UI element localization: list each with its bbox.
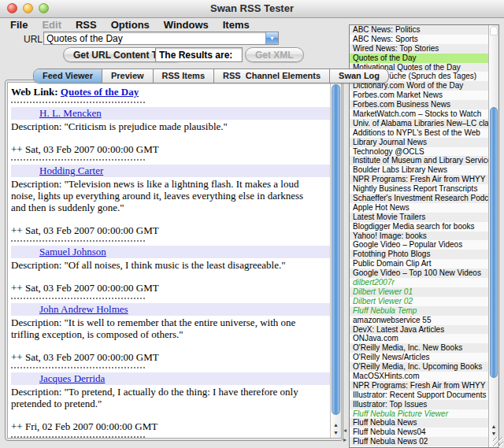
feed-item-date: ++ Sat, 03 Feb 2007 00:00:00 GMT <box>11 224 328 236</box>
feed-list-item[interactable]: Yahoo! Image: books <box>350 231 488 241</box>
tab-feed-viewer[interactable]: Feed Viewer <box>34 69 102 83</box>
feed-item-link[interactable]: Hodding Carter <box>39 165 103 176</box>
feed-list-item[interactable]: Fluff Nebula Picture Viewer <box>350 409 488 419</box>
feed-list-item[interactable]: Blogdigger Media search for books <box>350 222 488 231</box>
tab-preview[interactable]: Preview <box>102 69 154 83</box>
feed-list-item[interactable]: ABC News: Sports <box>350 35 488 44</box>
feed-item-date: ++ Sat, 03 Feb 2007 00:00:00 GMT <box>11 143 328 155</box>
feed-list-item[interactable]: ABC News: Politics <box>350 25 488 35</box>
feed-item-link[interactable]: Samuel Johnson <box>39 246 106 257</box>
url-dropdown-button[interactable]: ▼ <box>265 32 278 44</box>
feed-list-item[interactable]: Fluff Nebula News 02 <box>350 437 488 446</box>
feed-item-title-row: Jacques Derrida <box>11 372 330 385</box>
get-xml-button[interactable]: Get XML <box>245 47 304 62</box>
feed-list-item[interactable]: O'Reilly News/Articles <box>350 353 488 362</box>
feed-list-item[interactable]: Fotothing Photo Blogs <box>350 250 488 259</box>
feed-list-item[interactable]: Apple Hot News <box>350 203 488 213</box>
title-bar: Swan RSS Tester <box>0 0 504 18</box>
feed-list-item[interactable]: Institute of Museum and Library Services <box>350 156 488 165</box>
scroll-left-icon[interactable]: ◂ <box>343 428 346 434</box>
menu-windows[interactable]: Windows <box>157 19 216 31</box>
url-input[interactable] <box>46 32 261 44</box>
feed-item-description: Description: "Of all noises, I think mus… <box>11 259 328 271</box>
separator <box>11 367 145 368</box>
content-vertical-scrollbar[interactable]: ▲ ▼ <box>330 83 341 438</box>
feed-item-link[interactable]: Jacques Derrida <box>39 372 105 384</box>
separator <box>11 240 145 242</box>
scroll-up-icon[interactable]: ▲ <box>489 423 498 430</box>
feed-list-item[interactable]: Boulder Labs Library News <box>350 165 488 175</box>
feed-list-item[interactable]: Univ. of Alabama Libraries New–LC class … <box>350 119 488 128</box>
separator <box>11 298 145 299</box>
feed-list-item[interactable]: Dilbert Viewer 01 <box>350 287 488 297</box>
feed-list-item[interactable]: DevX: Latest Java Articles <box>350 325 488 335</box>
feed-list-item[interactable]: Nightly Business Report Transcripts <box>350 184 488 194</box>
feed-list-item[interactable]: Library Journal News <box>350 138 488 147</box>
url-combobox[interactable]: ▼ <box>43 31 279 45</box>
feed-viewer-pane: Web Link: Quotes of the Day H. L. Mencke… <box>7 82 342 439</box>
feed-list-vertical-scrollbar[interactable]: ▲ ▼ <box>488 25 498 447</box>
url-label: URL: <box>24 34 45 45</box>
feed-list-item[interactable]: ONJava.com <box>350 334 488 343</box>
feed-item-date: ++ Fri, 02 Feb 2007 00:00:00 GMT <box>11 420 328 432</box>
feed-list-item[interactable]: Google Video – Popular Videos <box>350 240 488 250</box>
feed-list-item[interactable]: Forbes.com Market News <box>350 91 488 100</box>
feed-item-description: Description: "Television news is like a … <box>11 178 328 213</box>
menu-options[interactable]: Options <box>104 19 157 31</box>
separator <box>11 436 145 438</box>
results-field[interactable] <box>155 47 243 62</box>
feed-item-link[interactable]: H. L. Mencken <box>39 107 102 119</box>
feed-item-description: Description: "To pretend, I actually do … <box>11 386 328 409</box>
chevron-down-icon: ▼ <box>269 35 275 41</box>
content-scrollbar-thumb[interactable] <box>332 84 340 415</box>
feed-list-item[interactable]: Quotes of the Day <box>350 54 488 63</box>
feed-list-item[interactable]: Public Domain Clip Art <box>350 259 488 268</box>
window-title: Swan RSS Tester <box>0 2 504 14</box>
feed-list-item[interactable]: MarketWatch.com – Stocks to Watch <box>350 109 488 119</box>
feed-list-item[interactable]: Forbes.com Business News <box>350 100 488 109</box>
scroll-down-icon[interactable]: ▼ <box>489 430 498 437</box>
feed-list-item[interactable]: Additions to NYPL's Best of the Web <box>350 128 488 138</box>
feed-list-item[interactable]: Latest Movie Trailers <box>350 213 488 222</box>
tab-swan-log[interactable]: Swan Log <box>330 69 388 83</box>
menu-items[interactable]: Items <box>216 19 257 31</box>
web-link-label: Web Link: <box>11 86 58 98</box>
feed-list-scrollbar-thumb[interactable] <box>490 107 498 378</box>
feed-list-item[interactable]: Schaeffer's Investment Research Podcasts <box>350 194 488 203</box>
separator <box>11 159 145 161</box>
feed-item-description: Description: "Criticism is prejudice mad… <box>11 120 328 132</box>
scrollbar-track-cap <box>490 26 498 35</box>
feed-list-item[interactable]: NPR Programs: Fresh Air from WHYY <box>350 381 488 391</box>
feed-list-item[interactable]: Fluff Nebula News <box>350 418 488 428</box>
resize-grip-icon[interactable] <box>493 437 503 447</box>
feed-list-item[interactable]: Illustrator: Recent Support Documents <box>350 391 488 400</box>
feed-list-item[interactable]: Wired News: Top Stories <box>350 44 488 54</box>
tab-bar: Feed ViewerPreviewRSS ItemsRSS Channel E… <box>33 68 389 83</box>
feed-list-item[interactable]: MacOSXHints.com <box>350 372 488 381</box>
feed-list-item[interactable]: Illustrator: Top Issues <box>350 400 488 409</box>
feed-list-item[interactable]: Technology @OCLS <box>350 147 488 157</box>
web-link-line: Web Link: Quotes of the Day <box>11 86 328 98</box>
menu-edit: Edit <box>35 19 69 31</box>
feed-list-item[interactable]: Google Video – Top 100 New Videos <box>350 268 488 278</box>
feed-list-item[interactable]: dilbert2007r <box>350 278 488 287</box>
menubar: FileEditRSSOptionsWindowsItems <box>0 18 350 31</box>
feed-list-item[interactable]: Fluff Nebula Temp <box>350 306 488 316</box>
scroll-down-icon[interactable]: ▼ <box>331 429 341 437</box>
feed-list-item[interactable]: O'Reilly Media, Inc. Upcoming Books <box>350 362 488 372</box>
scroll-right-icon[interactable]: ▸ <box>343 437 346 443</box>
feed-item-link[interactable]: John Andrew Holmes <box>39 303 128 315</box>
menu-rss[interactable]: RSS <box>69 19 104 31</box>
feed-list-item[interactable]: NPR Programs: Fresh Air from WHYY <box>350 175 488 184</box>
feed-list-item[interactable]: Fluff Nebula News04 <box>350 428 488 437</box>
feed-item-title-row: H. L. Mencken <box>11 107 330 120</box>
tab-rss-items[interactable]: RSS Items <box>154 69 214 83</box>
feed-list-item[interactable]: Dilbert Viewer 02 <box>350 297 488 306</box>
web-link[interactable]: Quotes of the Day <box>61 86 139 98</box>
feed-list-item[interactable]: O'Reilly Media, Inc. New Books <box>350 343 488 353</box>
tab-rss-channel-elements[interactable]: RSS Channel Elements <box>214 69 330 83</box>
feed-list: ABC News: PoliticsABC News: SportsWired … <box>349 24 499 448</box>
feed-list-item[interactable]: amazonwebservice 55 <box>350 316 488 325</box>
scroll-up-icon[interactable]: ▲ <box>331 421 341 429</box>
menu-file[interactable]: File <box>3 19 35 31</box>
